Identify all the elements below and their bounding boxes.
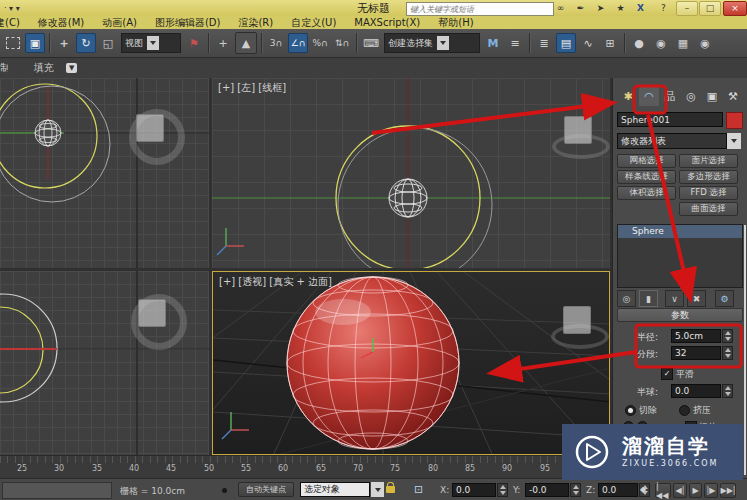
- modifier-btn-poly-select[interactable]: 多边形选择: [679, 170, 738, 184]
- pin-stack-icon[interactable]: ◎: [617, 290, 636, 307]
- modifier-btn-mesh-select[interactable]: 网格选择: [617, 154, 676, 168]
- menu-maxscript[interactable]: MAXScript(X): [345, 17, 429, 28]
- tab-display-icon[interactable]: ▣: [702, 86, 722, 106]
- dropdown-arrow-icon[interactable]: [147, 36, 159, 50]
- select-manipulate-icon[interactable]: ⚑: [184, 33, 204, 53]
- keyboard-override-icon[interactable]: ⌨: [361, 33, 381, 53]
- viewport-left-label[interactable]: [+] [左] [线框]: [218, 81, 286, 95]
- curve-editor-icon[interactable]: ∿: [578, 33, 598, 53]
- named-selection-set-dropdown[interactable]: 创建选择集: [384, 33, 480, 53]
- segments-field[interactable]: 32: [671, 346, 721, 360]
- modifier-stack[interactable]: Sphere: [617, 224, 743, 288]
- select-object-icon[interactable]: ▣: [25, 33, 45, 53]
- squash-radio[interactable]: [679, 405, 690, 416]
- make-unique-icon[interactable]: ∨: [665, 290, 684, 307]
- hemisphere-spinner[interactable]: [722, 384, 733, 398]
- select-move-icon[interactable]: +: [54, 33, 74, 53]
- selection-filter-arrow-icon[interactable]: [371, 482, 384, 497]
- x-coord-spinner[interactable]: [497, 483, 508, 497]
- menu-rendering[interactable]: 渲染(R): [229, 16, 282, 29]
- transform-gizmo-icon[interactable]: ⊡: [414, 483, 423, 496]
- tab-motion-icon[interactable]: ◎: [681, 86, 701, 106]
- parameters-rollout-header[interactable]: 参数: [617, 308, 743, 322]
- key-mode-icon[interactable]: ◆: [640, 485, 646, 494]
- select-place-icon[interactable]: +: [213, 33, 233, 53]
- select-scale-icon[interactable]: ◱: [98, 33, 118, 53]
- reference-coordinate-dropdown[interactable]: 视图: [121, 33, 181, 53]
- track-bar[interactable]: 25 30 35 40 45 50 55 60 65 70 75 80 85 9…: [0, 455, 612, 479]
- infocenter-key-icon[interactable]: ✒: [572, 1, 589, 15]
- play-button[interactable]: ▶: [689, 483, 702, 498]
- select-region-icon[interactable]: [3, 33, 23, 53]
- modifier-stack-item[interactable]: Sphere: [618, 225, 742, 238]
- snap-toggle-3d-icon[interactable]: 3∩: [266, 33, 286, 53]
- cursor-help-icon[interactable]: ➤: [592, 1, 609, 15]
- auto-key-button[interactable]: 自动关键点: [238, 482, 294, 497]
- show-end-result-icon[interactable]: ▮: [639, 290, 658, 307]
- modifier-btn-vol-select[interactable]: 体积选择: [617, 186, 676, 200]
- rendered-frame-window-icon[interactable]: ▦: [673, 33, 693, 53]
- modifier-list-dropdown[interactable]: 修改器列表: [617, 133, 727, 149]
- ribbon-toggle-icon[interactable]: ▤: [556, 33, 576, 53]
- viewport-top[interactable]: [0, 78, 209, 268]
- y-coord-spinner[interactable]: [570, 483, 581, 497]
- chop-radio[interactable]: [625, 405, 636, 416]
- hemisphere-field[interactable]: 0.0: [671, 384, 721, 398]
- viewport-perspective-label[interactable]: [+] [透视] [真实 + 边面]: [219, 275, 332, 289]
- close-button[interactable]: ×: [723, 1, 747, 16]
- search-icon[interactable]: ∞: [552, 1, 569, 15]
- favorites-star-icon[interactable]: ★: [612, 1, 629, 15]
- modifier-btn-spline-select[interactable]: 样条线选择: [617, 170, 676, 184]
- align-icon[interactable]: ≡: [505, 33, 525, 53]
- minimize-button[interactable]: –: [676, 1, 698, 16]
- dropdown-arrow-icon[interactable]: [437, 36, 449, 50]
- tab-utilities-icon[interactable]: ⚒: [723, 86, 743, 106]
- segments-spinner[interactable]: [722, 346, 733, 360]
- use-pivot-center-icon[interactable]: ▲: [235, 32, 257, 54]
- ribbon-expand-icon[interactable]: ▼: [66, 63, 77, 73]
- render-production-icon[interactable]: ◉: [695, 33, 715, 53]
- exchange-icon[interactable]: X: [632, 1, 649, 15]
- angle-snap-icon[interactable]: ∠∩: [288, 33, 308, 53]
- menu-help[interactable]: 帮助(H): [429, 16, 482, 29]
- select-rotate-icon[interactable]: ↻: [76, 33, 96, 53]
- go-to-start-button[interactable]: |◀◀: [655, 483, 671, 498]
- tab-create-icon[interactable]: ✱: [618, 86, 638, 106]
- smooth-checkbox[interactable]: ✓: [661, 368, 673, 380]
- help-search-input[interactable]: [406, 2, 554, 16]
- tab-modify-icon[interactable]: ◠: [639, 86, 659, 106]
- viewport-left[interactable]: [+] [左] [线框]: [212, 78, 610, 268]
- object-name-field[interactable]: Sphere001: [617, 112, 723, 127]
- maximize-button[interactable]: □: [699, 1, 721, 16]
- modifier-btn-surface-select[interactable]: 曲面选择: [679, 202, 738, 216]
- modifier-list-arrow-icon[interactable]: [727, 133, 741, 149]
- material-editor-icon[interactable]: ●: [629, 33, 649, 53]
- percent-snap-icon[interactable]: %∩: [310, 33, 330, 53]
- prev-frame-button[interactable]: ◀|: [673, 483, 687, 498]
- tab-hierarchy-icon[interactable]: 品: [660, 86, 680, 106]
- viewport-perspective[interactable]: [+] [透视] [真实 + 边面]: [212, 271, 610, 455]
- ribbon-tab-clipped[interactable]: 制: [0, 61, 8, 75]
- menu-modifiers[interactable]: 修改器(M): [29, 16, 93, 29]
- radius-spinner[interactable]: [722, 329, 733, 343]
- ribbon-tab-fill[interactable]: 填充: [34, 61, 54, 75]
- help-icon[interactable]: ?: [655, 1, 672, 15]
- configure-modifier-sets-icon[interactable]: ⚙: [715, 290, 734, 307]
- go-to-end-button[interactable]: ▶▶|: [720, 483, 736, 498]
- viewcube[interactable]: [124, 287, 180, 343]
- z-coord-field[interactable]: 0.0: [598, 483, 638, 497]
- modifier-btn-ffd-select[interactable]: FFD 选择: [679, 186, 738, 200]
- y-coord-field[interactable]: -0.0: [525, 483, 569, 497]
- layer-manager-icon[interactable]: ≣: [534, 33, 554, 53]
- spinner-snap-icon[interactable]: ⇅∩: [332, 33, 352, 53]
- viewcube[interactable]: [549, 294, 605, 350]
- next-frame-button[interactable]: |▶: [704, 483, 718, 498]
- mirror-icon[interactable]: M: [483, 33, 503, 53]
- render-setup-icon[interactable]: ◉: [651, 33, 671, 53]
- modifier-btn-patch-select[interactable]: 面片选择: [679, 154, 738, 168]
- viewcube[interactable]: [122, 102, 178, 158]
- menu-animation[interactable]: 动画(A): [93, 16, 146, 29]
- selection-lock-icon[interactable]: [386, 486, 395, 493]
- menu-create[interactable]: 建(C): [0, 16, 29, 29]
- remove-modifier-icon[interactable]: ✖: [687, 290, 706, 307]
